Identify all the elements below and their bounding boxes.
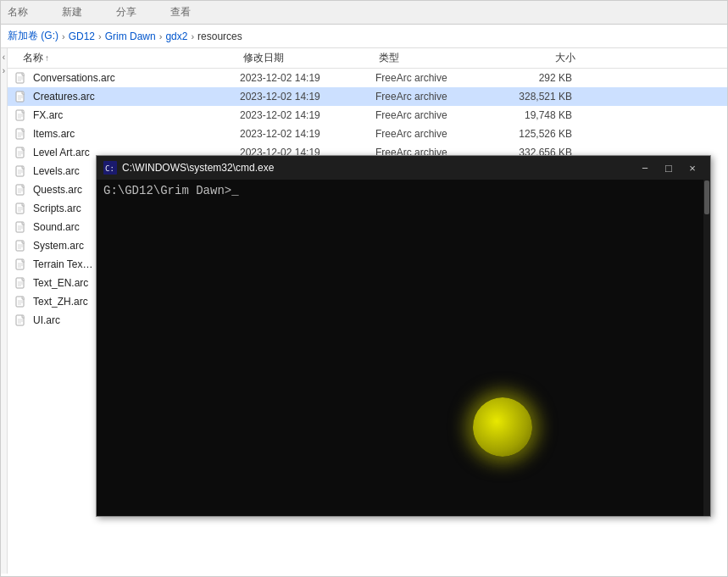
nav-arrow-1[interactable]: ‹ (3, 52, 5, 64)
file-type: FreeArc archive (375, 91, 494, 103)
cmd-maximize-button[interactable]: □ (658, 158, 680, 177)
file-size: 125,526 KB (494, 128, 579, 140)
sort-arrow: ↑ (45, 53, 49, 63)
tab-label-4[interactable]: 查看 (170, 5, 191, 19)
file-icon (14, 90, 28, 103)
breadcrumb-sep-2: › (98, 31, 102, 42)
file-icon (14, 108, 28, 122)
file-date: 2023-12-02 14:19 (240, 109, 375, 121)
file-name: Conversations.arc (33, 72, 240, 84)
cmd-cursor: _ (231, 184, 238, 197)
cmd-scrollbar-thumb[interactable] (704, 180, 709, 214)
file-icon (14, 239, 28, 252)
column-headers: 名称↑ 修改日期 类型 大小 (1, 48, 727, 69)
cmd-minimize-button[interactable]: − (634, 158, 656, 177)
svg-text:C:: C: (105, 164, 114, 173)
file-icon (14, 71, 28, 85)
left-nav: ‹ › (1, 48, 8, 574)
cmd-scrollbar[interactable] (703, 180, 710, 516)
col-header-size[interactable]: 大小 (497, 51, 582, 65)
col-header-name[interactable]: 名称↑ (23, 51, 243, 65)
tab-label-3[interactable]: 分享 (116, 5, 136, 19)
breadcrumb: 新加卷 (G:) › GD12 › Grim Dawn › gdx2 › res… (1, 25, 727, 48)
breadcrumb-drive[interactable]: 新加卷 (G:) (8, 29, 58, 43)
cmd-close-button[interactable]: × (681, 158, 703, 177)
nav-arrow-2[interactable]: › (3, 65, 5, 77)
col-header-date[interactable]: 修改日期 (243, 51, 379, 65)
file-type: FreeArc archive (375, 109, 494, 121)
file-type: FreeArc archive (375, 128, 494, 140)
breadcrumb-resources: resources (197, 31, 242, 42)
tab-label-1[interactable]: 名称 (8, 5, 28, 19)
file-icon (14, 146, 28, 159)
file-size: 19,748 KB (494, 109, 579, 121)
file-icon (14, 276, 28, 290)
cmd-body: G:\GD12\Grim Dawn>_ (97, 180, 710, 516)
breadcrumb-sep-3: › (159, 31, 163, 42)
file-size: 328,521 KB (494, 91, 579, 103)
breadcrumb-sep-4: › (191, 31, 194, 42)
file-size: 292 KB (494, 72, 579, 84)
file-name: Items.arc (33, 128, 240, 140)
breadcrumb-gd12[interactable]: GD12 (69, 31, 95, 42)
table-row[interactable]: Creatures.arc2023-12-02 14:19FreeArc arc… (8, 87, 727, 106)
file-icon (14, 202, 28, 215)
table-row[interactable]: FX.arc2023-12-02 14:19FreeArc archive19,… (8, 106, 727, 125)
table-row[interactable]: Items.arc2023-12-02 14:19FreeArc archive… (8, 125, 727, 143)
col-header-type[interactable]: 类型 (379, 51, 497, 65)
file-name: Creatures.arc (33, 91, 240, 103)
file-icon (14, 183, 28, 197)
file-icon (14, 295, 28, 308)
cmd-title-text: C:\WINDOWS\system32\cmd.exe (122, 162, 634, 174)
file-name: FX.arc (33, 109, 240, 121)
file-icon (14, 220, 28, 234)
file-icon (14, 313, 28, 327)
file-type: FreeArc archive (375, 72, 494, 84)
breadcrumb-grimdawn[interactable]: Grim Dawn (105, 31, 156, 42)
tab-label-2[interactable]: 新建 (62, 5, 82, 19)
table-row[interactable]: Conversations.arc2023-12-02 14:19FreeArc… (8, 69, 727, 87)
top-tabs: 名称 新建 分享 查看 (1, 1, 727, 25)
file-icon (14, 127, 28, 141)
breadcrumb-sep-1: › (62, 31, 65, 42)
file-icon (14, 258, 28, 271)
cmd-window: C: C:\WINDOWS\system32\cmd.exe − □ × G:\… (96, 155, 711, 517)
cmd-titlebar: C: C:\WINDOWS\system32\cmd.exe − □ × (97, 156, 710, 180)
file-icon (14, 164, 28, 178)
cmd-icon: C: (103, 161, 117, 175)
file-date: 2023-12-02 14:19 (240, 91, 375, 103)
cmd-prompt-line: G:\GD12\Grim Dawn>_ (103, 183, 703, 200)
breadcrumb-gdx2[interactable]: gdx2 (165, 31, 187, 42)
file-date: 2023-12-02 14:19 (240, 72, 375, 84)
yellow-circle-indicator (473, 397, 532, 457)
cmd-controls: − □ × (634, 158, 703, 177)
file-date: 2023-12-02 14:19 (240, 128, 375, 140)
